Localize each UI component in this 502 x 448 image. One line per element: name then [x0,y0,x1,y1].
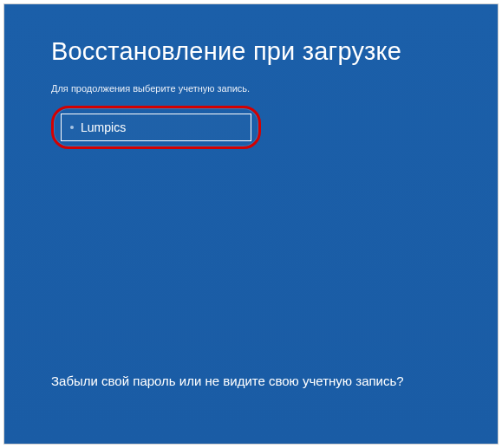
content-area: Восстановление при загрузке Для продолже… [51,37,463,149]
recovery-screen: Восстановление при загрузке Для продолже… [3,3,499,445]
instruction-text: Для продолжения выберите учетную запись. [51,83,463,94]
page-title: Восстановление при загрузке [51,37,463,66]
bullet-icon [70,126,74,129]
account-name-label: Lumpics [81,120,126,134]
forgot-password-link[interactable]: Забыли свой пароль или не видите свою уч… [51,373,404,388]
annotation-highlight: Lumpics [51,106,261,149]
account-list-item[interactable]: Lumpics [61,114,251,141]
